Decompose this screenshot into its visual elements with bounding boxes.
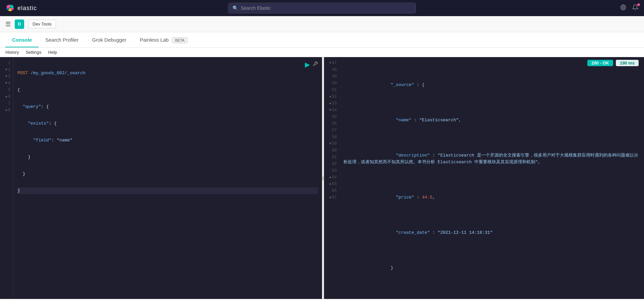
line-number-5: 5: [0, 87, 13, 93]
line-number-6: ▲ 6: [0, 93, 13, 100]
bell-icon[interactable]: [632, 4, 639, 12]
response-code-area: "_source" : { "name" : "Elasticsearch", …: [339, 57, 644, 299]
fold-52[interactable]: ▲: [328, 93, 331, 100]
resp-ln-52: ▲52: [324, 93, 339, 100]
tab-search-profiler[interactable]: Search Profiler: [39, 32, 85, 47]
tab-painless-lab[interactable]: Painless Lab BETA: [133, 32, 194, 47]
resp-line-50: "price" : 44.5,: [343, 187, 640, 208]
line-number-1: 1: [0, 60, 13, 67]
editor-panel: 1 ▼ 2 ▼ 3 ▼ 4 5 ▲: [0, 57, 322, 299]
resp-ln-58: 58: [324, 134, 339, 140]
code-line-1: POST /my_goods_002/_search: [17, 70, 318, 77]
code-line-5: "field" : "name": [17, 137, 318, 144]
fold-47[interactable]: ▼: [328, 60, 331, 67]
fold-53[interactable]: ▲: [328, 100, 331, 107]
line-number-2: ▼ 2: [0, 67, 13, 73]
tabs-bar: Console Search Profiler Grok Debugger Pa…: [0, 32, 644, 48]
status-time-badge: 190 ms: [616, 60, 639, 66]
fold-arrow-4[interactable]: ▼: [4, 80, 7, 87]
resp-ln-51: 51: [324, 87, 339, 93]
fold-arrow-3[interactable]: ▼: [4, 73, 7, 80]
resp-ln-60: 60: [324, 147, 339, 154]
resp-line-53: },: [343, 293, 640, 299]
second-bar: ☰ D Dev Tools: [0, 16, 644, 32]
top-nav: elastic 🔍 Search Elastic: [0, 0, 644, 16]
fold-arrow-6[interactable]: ▲: [4, 93, 7, 100]
resp-ln-59: ▼59: [324, 140, 339, 147]
nav-icons: [620, 4, 639, 12]
resp-line-51: "create_date" : "2021-12-11 14:18:31": [343, 223, 640, 243]
resp-line-49: "description" : "Elasticsearch 是一个开源的全文搜…: [343, 145, 640, 172]
line-number-3: ▼ 3: [0, 73, 13, 80]
resp-line-48: "name" : "Elasticsearch",: [343, 110, 640, 130]
fold-59[interactable]: ▼: [328, 140, 331, 147]
toolbar: History Settings Help: [0, 48, 644, 57]
path-value: /my_goods_002/_search: [31, 70, 86, 77]
tab-console[interactable]: Console: [5, 32, 39, 47]
editor-content[interactable]: 1 ▼ 2 ▼ 3 ▼ 4 5 ▲: [0, 57, 322, 299]
resp-ln-57: 57: [324, 127, 339, 134]
fold-arrow-8[interactable]: ▲: [4, 107, 7, 114]
line-number-4: ▼ 4: [0, 80, 13, 87]
resp-ln-64: ▲64: [324, 174, 339, 181]
response-line-numbers: ▼47 48 49 50 51 ▲52 ▲53 ▼54 55 56 57 58: [324, 57, 339, 299]
fold-arrow-2[interactable]: ▼: [4, 67, 7, 73]
response-content[interactable]: ▼47 48 49 50 51 ▲52 ▲53 ▼54 55 56 57 58: [324, 57, 644, 299]
wrench-button[interactable]: [313, 61, 318, 68]
fold-65[interactable]: ▲: [328, 181, 331, 187]
code-line-7: }: [17, 171, 318, 177]
svg-point-8: [623, 7, 624, 8]
status-bar: 200 - OK 190 ms: [582, 57, 644, 69]
main-content: 1 ▼ 2 ▼ 3 ▼ 4 5 ▲: [0, 57, 644, 299]
resp-ln-50: 50: [324, 80, 339, 87]
code-line-4: "exists" : {: [17, 120, 318, 127]
code-line-3: "query" : {: [17, 103, 318, 110]
dev-tools-button[interactable]: Dev Tools: [28, 20, 56, 28]
resp-ln-53: ▲53: [324, 100, 339, 107]
line-number-8: ▲ 8: [0, 107, 13, 114]
fold-67[interactable]: ▲: [328, 194, 331, 201]
resp-ln-56: 56: [324, 120, 339, 127]
help-button[interactable]: Help: [48, 50, 57, 55]
code-area[interactable]: POST /my_goods_002/_search { "query" : {…: [13, 57, 322, 299]
editor-line-numbers: 1 ▼ 2 ▼ 3 ▼ 4 5 ▲: [0, 57, 13, 299]
elastic-logo-text: elastic: [17, 5, 37, 12]
search-placeholder: Search Elastic: [241, 5, 271, 11]
resp-ln-55: 55: [324, 114, 339, 120]
code-line-6: }: [17, 154, 318, 161]
radar-icon[interactable]: [620, 4, 627, 12]
resp-ln-48: 48: [324, 67, 339, 73]
fold-64[interactable]: ▲: [328, 174, 331, 181]
resp-ln-66: 66: [324, 187, 339, 194]
tab-grok-debugger[interactable]: Grok Debugger: [85, 32, 133, 47]
status-ok-badge: 200 - OK: [587, 60, 613, 66]
elastic-logo-icon: [5, 3, 15, 13]
search-bar[interactable]: 🔍 Search Elastic: [228, 3, 416, 13]
code-line-2: {: [17, 87, 318, 93]
resp-ln-63: 63: [324, 167, 339, 174]
editor-actions: ▶: [305, 60, 318, 69]
elastic-logo: elastic: [5, 3, 37, 13]
resp-ln-67: ▲67: [324, 194, 339, 201]
hamburger-button[interactable]: ☰: [5, 20, 11, 28]
resp-line-47: "_source" : {: [343, 75, 640, 95]
code-line-8: }: [17, 187, 318, 194]
response-panel: 200 - OK 190 ms ▼47 48 49 50 51 ▲52 ▲53 …: [324, 57, 644, 299]
resp-ln-49: 49: [324, 73, 339, 80]
resp-ln-54: ▼54: [324, 107, 339, 114]
fold-54[interactable]: ▼: [328, 107, 331, 114]
settings-button[interactable]: Settings: [25, 50, 41, 55]
resp-ln-47: ▼47: [324, 60, 339, 67]
method-keyword: POST: [17, 70, 28, 77]
resp-ln-65: ▲65: [324, 181, 339, 187]
search-icon: 🔍: [232, 5, 238, 11]
run-button[interactable]: ▶: [305, 60, 310, 69]
resp-ln-62: 62: [324, 161, 339, 167]
resp-line-52: }: [343, 258, 640, 278]
history-button[interactable]: History: [5, 50, 19, 55]
beta-badge: BETA: [172, 37, 187, 43]
resp-ln-61: 61: [324, 154, 339, 161]
line-number-7: 7: [0, 100, 13, 107]
user-avatar: D: [15, 19, 24, 29]
